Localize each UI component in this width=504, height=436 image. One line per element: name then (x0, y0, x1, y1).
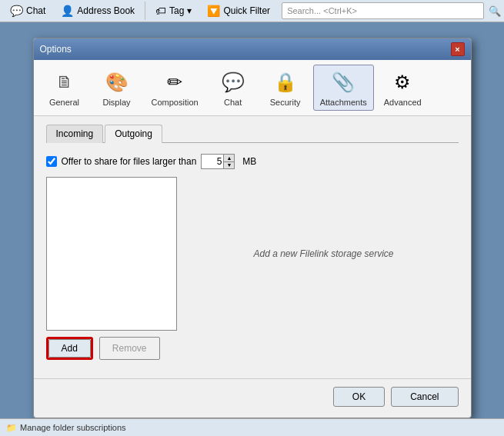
tab-outgoing[interactable]: Outgoing (105, 125, 162, 143)
options-toolbar: 🗎 General 🎨 Display ✏ Composition 💬 Chat… (34, 60, 471, 116)
threshold-input[interactable] (202, 155, 223, 168)
quickfilter-button[interactable]: 🔽 Quick Filter (200, 0, 277, 22)
security-label: Security (270, 98, 301, 107)
tag-icon: 🏷 (155, 5, 166, 17)
addressbook-icon: 👤 (61, 5, 74, 17)
statusbar: 📁 Manage folder subscriptions (0, 418, 504, 436)
addressbook-label: Address Book (77, 5, 135, 16)
attachments-icon: 📎 (329, 68, 357, 96)
dialog-footer: OK Cancel (34, 378, 471, 418)
add-button-highlight: Add (46, 337, 93, 360)
chat-toolbar-icon: 💬 (219, 68, 247, 96)
search-input-container[interactable]: Search... <Ctrl+K> (282, 2, 484, 19)
toolbar-item-chat[interactable]: 💬 Chat (209, 65, 258, 111)
chat-label: Chat (26, 5, 45, 16)
modal-backdrop: Options × 🗎 General 🎨 Display ✏ Composit… (0, 22, 504, 418)
dialog-titlebar: Options × (34, 38, 471, 60)
composition-label: Composition (152, 98, 199, 107)
remove-button[interactable]: Remove (99, 337, 160, 360)
display-icon: 🎨 (103, 68, 131, 96)
addressbook-button[interactable]: 👤 Address Book (54, 0, 142, 22)
composition-icon: ✏ (161, 68, 189, 96)
dialog-body: Incoming Outgoing Offer to share for fil… (34, 116, 471, 371)
offer-share-checkbox[interactable] (46, 156, 57, 167)
quickfilter-label: Quick Filter (223, 5, 270, 16)
taskbar: 💬 Chat 👤 Address Book 🏷 Tag ▾ 🔽 Quick Fi… (0, 0, 504, 22)
tag-dropdown-icon: ▾ (187, 5, 192, 16)
security-icon: 🔒 (272, 68, 299, 96)
tab-row: Incoming Outgoing (46, 124, 459, 143)
file-list[interactable] (46, 177, 177, 331)
search-icon: 🔍 (489, 5, 501, 17)
chat-toolbar-label: Chat (224, 98, 242, 107)
advanced-icon: ⚙ (389, 68, 416, 96)
toolbar-item-display[interactable]: 🎨 Display (92, 65, 142, 111)
unit-label: MB (242, 156, 256, 167)
toolbar-item-composition[interactable]: ✏ Composition (145, 65, 205, 111)
dialog-close-button[interactable]: × (451, 42, 465, 56)
attachments-label: Attachments (320, 98, 367, 107)
tab-incoming[interactable]: Incoming (46, 125, 104, 143)
ok-button[interactable]: OK (333, 387, 385, 407)
chat-icon: 💬 (10, 5, 23, 17)
search-placeholder: Search... <Ctrl+K> (287, 6, 357, 15)
spinner-up-button[interactable]: ▲ (223, 155, 234, 162)
chat-button[interactable]: 💬 Chat (3, 0, 52, 22)
statusbar-item: 📁 Manage folder subscriptions (6, 423, 126, 433)
content-area: Offer to share for files larger than ▲ ▼… (46, 151, 459, 363)
file-list-area: Add Remove Add a new Filelink storage se… (46, 177, 459, 360)
general-icon: 🗎 (51, 68, 78, 96)
tag-button[interactable]: 🏷 Tag ▾ (149, 0, 199, 22)
quickfilter-icon: 🔽 (207, 5, 220, 17)
toolbar-item-advanced[interactable]: ⚙ Advanced (377, 65, 429, 111)
add-button[interactable]: Add (48, 339, 91, 358)
folder-icon: 📁 (6, 423, 17, 433)
threshold-input-wrapper: ▲ ▼ (201, 154, 235, 169)
spinner-down-button[interactable]: ▼ (223, 162, 234, 169)
cancel-button[interactable]: Cancel (391, 387, 458, 407)
spinner-buttons: ▲ ▼ (223, 155, 234, 168)
statusbar-text: Manage folder subscriptions (20, 423, 126, 432)
list-action-buttons: Add Remove (46, 337, 177, 360)
options-dialog: Options × 🗎 General 🎨 Display ✏ Composit… (33, 38, 472, 418)
toolbar-item-security[interactable]: 🔒 Security (261, 65, 310, 111)
dialog-title: Options (40, 44, 72, 55)
separator (145, 2, 145, 20)
offer-share-label: Offer to share for files larger than (62, 156, 197, 167)
toolbar-item-attachments[interactable]: 📎 Attachments (313, 65, 374, 111)
general-label: General (49, 98, 79, 107)
filelink-message: Add a new Filelink storage service (189, 177, 459, 331)
toolbar-item-general[interactable]: 🗎 General (40, 65, 89, 111)
tag-label: Tag (169, 5, 184, 16)
checkbox-row: Offer to share for files larger than ▲ ▼… (46, 154, 459, 169)
display-label: Display (102, 98, 130, 107)
advanced-label: Advanced (384, 98, 422, 107)
